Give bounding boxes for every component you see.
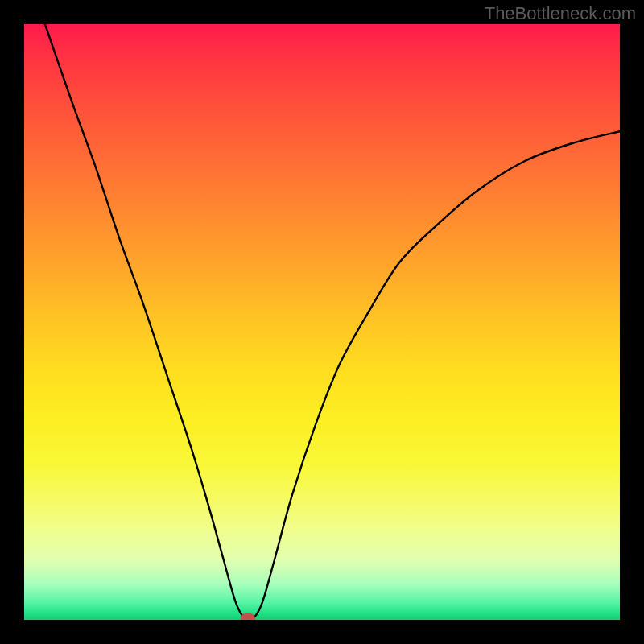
chart-curve — [24, 24, 620, 620]
bottleneck-curve-path — [45, 24, 620, 620]
minimum-marker — [241, 613, 255, 620]
watermark-text: TheBottleneck.com — [485, 3, 636, 24]
chart-plot-area — [24, 24, 620, 620]
